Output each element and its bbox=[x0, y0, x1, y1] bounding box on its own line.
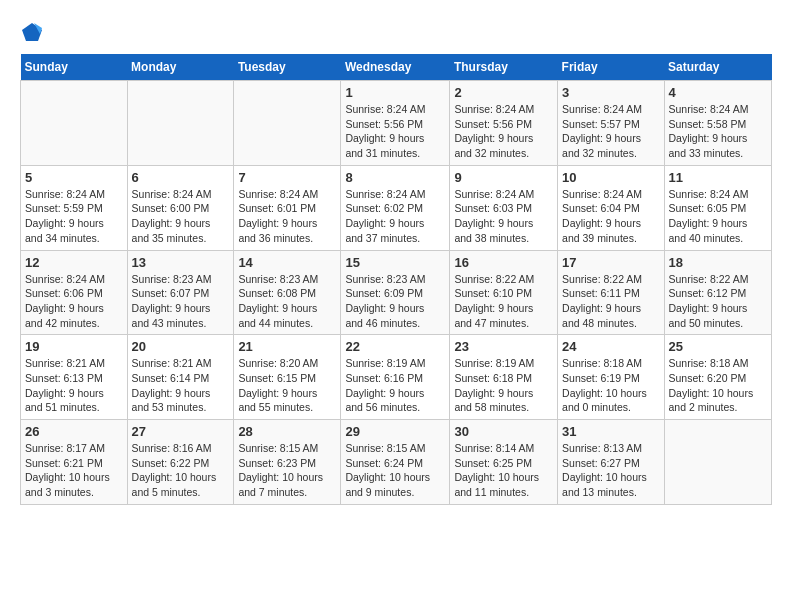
header-cell-monday: Monday bbox=[127, 54, 234, 81]
calendar-cell: 27Sunrise: 8:16 AM Sunset: 6:22 PM Dayli… bbox=[127, 420, 234, 505]
cell-info: Sunrise: 8:20 AM Sunset: 6:15 PM Dayligh… bbox=[238, 356, 336, 415]
calendar-cell: 24Sunrise: 8:18 AM Sunset: 6:19 PM Dayli… bbox=[558, 335, 664, 420]
day-number: 19 bbox=[25, 339, 123, 354]
calendar-cell: 10Sunrise: 8:24 AM Sunset: 6:04 PM Dayli… bbox=[558, 165, 664, 250]
day-number: 6 bbox=[132, 170, 230, 185]
cell-info: Sunrise: 8:24 AM Sunset: 6:06 PM Dayligh… bbox=[25, 272, 123, 331]
calendar-cell: 19Sunrise: 8:21 AM Sunset: 6:13 PM Dayli… bbox=[21, 335, 128, 420]
calendar-cell: 25Sunrise: 8:18 AM Sunset: 6:20 PM Dayli… bbox=[664, 335, 771, 420]
day-number: 27 bbox=[132, 424, 230, 439]
calendar-week-2: 12Sunrise: 8:24 AM Sunset: 6:06 PM Dayli… bbox=[21, 250, 772, 335]
day-number: 13 bbox=[132, 255, 230, 270]
calendar-cell: 8Sunrise: 8:24 AM Sunset: 6:02 PM Daylig… bbox=[341, 165, 450, 250]
calendar-cell: 16Sunrise: 8:22 AM Sunset: 6:10 PM Dayli… bbox=[450, 250, 558, 335]
cell-info: Sunrise: 8:23 AM Sunset: 6:08 PM Dayligh… bbox=[238, 272, 336, 331]
cell-info: Sunrise: 8:22 AM Sunset: 6:11 PM Dayligh… bbox=[562, 272, 659, 331]
calendar-cell: 18Sunrise: 8:22 AM Sunset: 6:12 PM Dayli… bbox=[664, 250, 771, 335]
calendar-cell: 14Sunrise: 8:23 AM Sunset: 6:08 PM Dayli… bbox=[234, 250, 341, 335]
day-number: 2 bbox=[454, 85, 553, 100]
day-number: 18 bbox=[669, 255, 767, 270]
calendar-cell: 4Sunrise: 8:24 AM Sunset: 5:58 PM Daylig… bbox=[664, 81, 771, 166]
cell-info: Sunrise: 8:24 AM Sunset: 5:57 PM Dayligh… bbox=[562, 102, 659, 161]
calendar-week-0: 1Sunrise: 8:24 AM Sunset: 5:56 PM Daylig… bbox=[21, 81, 772, 166]
cell-info: Sunrise: 8:24 AM Sunset: 5:56 PM Dayligh… bbox=[345, 102, 445, 161]
cell-info: Sunrise: 8:22 AM Sunset: 6:12 PM Dayligh… bbox=[669, 272, 767, 331]
cell-info: Sunrise: 8:24 AM Sunset: 6:00 PM Dayligh… bbox=[132, 187, 230, 246]
day-number: 15 bbox=[345, 255, 445, 270]
day-number: 14 bbox=[238, 255, 336, 270]
page-header bbox=[20, 20, 772, 44]
cell-info: Sunrise: 8:18 AM Sunset: 6:20 PM Dayligh… bbox=[669, 356, 767, 415]
header-cell-thursday: Thursday bbox=[450, 54, 558, 81]
header-cell-saturday: Saturday bbox=[664, 54, 771, 81]
day-number: 30 bbox=[454, 424, 553, 439]
cell-info: Sunrise: 8:24 AM Sunset: 6:02 PM Dayligh… bbox=[345, 187, 445, 246]
calendar-week-1: 5Sunrise: 8:24 AM Sunset: 5:59 PM Daylig… bbox=[21, 165, 772, 250]
cell-info: Sunrise: 8:15 AM Sunset: 6:24 PM Dayligh… bbox=[345, 441, 445, 500]
day-number: 5 bbox=[25, 170, 123, 185]
day-number: 1 bbox=[345, 85, 445, 100]
calendar-cell: 23Sunrise: 8:19 AM Sunset: 6:18 PM Dayli… bbox=[450, 335, 558, 420]
day-number: 12 bbox=[25, 255, 123, 270]
calendar-cell: 28Sunrise: 8:15 AM Sunset: 6:23 PM Dayli… bbox=[234, 420, 341, 505]
calendar-cell: 1Sunrise: 8:24 AM Sunset: 5:56 PM Daylig… bbox=[341, 81, 450, 166]
logo-icon bbox=[20, 20, 44, 44]
day-number: 17 bbox=[562, 255, 659, 270]
calendar-cell: 15Sunrise: 8:23 AM Sunset: 6:09 PM Dayli… bbox=[341, 250, 450, 335]
cell-info: Sunrise: 8:18 AM Sunset: 6:19 PM Dayligh… bbox=[562, 356, 659, 415]
header-cell-sunday: Sunday bbox=[21, 54, 128, 81]
cell-info: Sunrise: 8:24 AM Sunset: 6:03 PM Dayligh… bbox=[454, 187, 553, 246]
calendar-cell bbox=[21, 81, 128, 166]
cell-info: Sunrise: 8:24 AM Sunset: 5:58 PM Dayligh… bbox=[669, 102, 767, 161]
cell-info: Sunrise: 8:24 AM Sunset: 5:56 PM Dayligh… bbox=[454, 102, 553, 161]
calendar-cell bbox=[127, 81, 234, 166]
header-row: SundayMondayTuesdayWednesdayThursdayFrid… bbox=[21, 54, 772, 81]
day-number: 3 bbox=[562, 85, 659, 100]
cell-info: Sunrise: 8:15 AM Sunset: 6:23 PM Dayligh… bbox=[238, 441, 336, 500]
calendar-week-4: 26Sunrise: 8:17 AM Sunset: 6:21 PM Dayli… bbox=[21, 420, 772, 505]
calendar-cell: 26Sunrise: 8:17 AM Sunset: 6:21 PM Dayli… bbox=[21, 420, 128, 505]
calendar-week-3: 19Sunrise: 8:21 AM Sunset: 6:13 PM Dayli… bbox=[21, 335, 772, 420]
calendar-header: SundayMondayTuesdayWednesdayThursdayFrid… bbox=[21, 54, 772, 81]
cell-info: Sunrise: 8:21 AM Sunset: 6:14 PM Dayligh… bbox=[132, 356, 230, 415]
logo bbox=[20, 20, 46, 44]
calendar-cell: 31Sunrise: 8:13 AM Sunset: 6:27 PM Dayli… bbox=[558, 420, 664, 505]
header-cell-wednesday: Wednesday bbox=[341, 54, 450, 81]
day-number: 31 bbox=[562, 424, 659, 439]
cell-info: Sunrise: 8:22 AM Sunset: 6:10 PM Dayligh… bbox=[454, 272, 553, 331]
calendar-cell: 13Sunrise: 8:23 AM Sunset: 6:07 PM Dayli… bbox=[127, 250, 234, 335]
calendar-cell: 6Sunrise: 8:24 AM Sunset: 6:00 PM Daylig… bbox=[127, 165, 234, 250]
calendar-body: 1Sunrise: 8:24 AM Sunset: 5:56 PM Daylig… bbox=[21, 81, 772, 505]
calendar-cell: 12Sunrise: 8:24 AM Sunset: 6:06 PM Dayli… bbox=[21, 250, 128, 335]
day-number: 25 bbox=[669, 339, 767, 354]
day-number: 11 bbox=[669, 170, 767, 185]
calendar-cell bbox=[664, 420, 771, 505]
calendar-cell: 3Sunrise: 8:24 AM Sunset: 5:57 PM Daylig… bbox=[558, 81, 664, 166]
calendar-cell: 7Sunrise: 8:24 AM Sunset: 6:01 PM Daylig… bbox=[234, 165, 341, 250]
calendar-cell: 22Sunrise: 8:19 AM Sunset: 6:16 PM Dayli… bbox=[341, 335, 450, 420]
cell-info: Sunrise: 8:16 AM Sunset: 6:22 PM Dayligh… bbox=[132, 441, 230, 500]
day-number: 28 bbox=[238, 424, 336, 439]
calendar-table: SundayMondayTuesdayWednesdayThursdayFrid… bbox=[20, 54, 772, 505]
cell-info: Sunrise: 8:13 AM Sunset: 6:27 PM Dayligh… bbox=[562, 441, 659, 500]
day-number: 22 bbox=[345, 339, 445, 354]
calendar-cell: 5Sunrise: 8:24 AM Sunset: 5:59 PM Daylig… bbox=[21, 165, 128, 250]
cell-info: Sunrise: 8:23 AM Sunset: 6:09 PM Dayligh… bbox=[345, 272, 445, 331]
day-number: 4 bbox=[669, 85, 767, 100]
day-number: 9 bbox=[454, 170, 553, 185]
day-number: 29 bbox=[345, 424, 445, 439]
cell-info: Sunrise: 8:24 AM Sunset: 6:04 PM Dayligh… bbox=[562, 187, 659, 246]
cell-info: Sunrise: 8:24 AM Sunset: 6:01 PM Dayligh… bbox=[238, 187, 336, 246]
day-number: 24 bbox=[562, 339, 659, 354]
calendar-cell: 29Sunrise: 8:15 AM Sunset: 6:24 PM Dayli… bbox=[341, 420, 450, 505]
day-number: 23 bbox=[454, 339, 553, 354]
calendar-cell: 2Sunrise: 8:24 AM Sunset: 5:56 PM Daylig… bbox=[450, 81, 558, 166]
cell-info: Sunrise: 8:17 AM Sunset: 6:21 PM Dayligh… bbox=[25, 441, 123, 500]
cell-info: Sunrise: 8:19 AM Sunset: 6:18 PM Dayligh… bbox=[454, 356, 553, 415]
day-number: 16 bbox=[454, 255, 553, 270]
calendar-cell: 11Sunrise: 8:24 AM Sunset: 6:05 PM Dayli… bbox=[664, 165, 771, 250]
day-number: 8 bbox=[345, 170, 445, 185]
day-number: 7 bbox=[238, 170, 336, 185]
calendar-cell: 17Sunrise: 8:22 AM Sunset: 6:11 PM Dayli… bbox=[558, 250, 664, 335]
cell-info: Sunrise: 8:21 AM Sunset: 6:13 PM Dayligh… bbox=[25, 356, 123, 415]
